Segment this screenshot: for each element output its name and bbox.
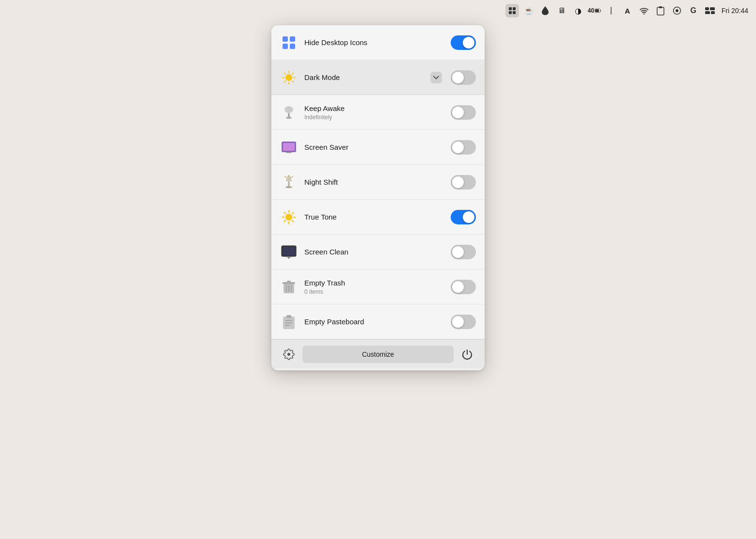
screen-clean-text: Screen Clean [304, 247, 444, 257]
svg-rect-62 [286, 315, 291, 318]
svg-rect-16 [283, 36, 288, 42]
svg-rect-1 [513, 7, 516, 10]
screen-clean-row: Screen Clean [271, 235, 485, 270]
screen-clean-label: Screen Clean [304, 247, 444, 257]
empty-trash-text: Empty Trash 0 items [304, 278, 444, 296]
true-tone-text: True Tone [304, 212, 444, 222]
menubar: ☕ 🖥 ◑ 40 A [0, 0, 756, 21]
svg-marker-35 [286, 176, 292, 181]
svg-line-25 [284, 73, 285, 74]
svg-line-39 [292, 176, 293, 177]
screen-clean-icon [280, 243, 298, 261]
svg-line-27 [292, 73, 293, 74]
svg-rect-3 [513, 11, 516, 14]
captcha-icon[interactable]: G [687, 4, 700, 17]
battery-icon[interactable]: 40 [588, 4, 601, 17]
svg-point-11 [676, 9, 678, 12]
truetone-icon [280, 208, 298, 226]
svg-rect-57 [287, 281, 291, 283]
half-circle-icon[interactable]: ◑ [571, 4, 585, 17]
customize-button[interactable]: Customize [302, 346, 454, 363]
dark-mode-row: Dark Mode [271, 60, 485, 95]
popup-panel: Hide Desktop Icons Dark Mode [271, 25, 485, 370]
svg-rect-12 [705, 7, 709, 10]
svg-point-20 [285, 74, 292, 81]
svg-rect-9 [659, 6, 662, 8]
svg-line-48 [292, 212, 294, 214]
empty-pasteboard-label: Empty Pasteboard [304, 317, 444, 327]
svg-rect-14 [705, 11, 710, 14]
empty-trash-row: Empty Trash 0 items [271, 270, 485, 304]
empty-pasteboard-text: Empty Pasteboard [304, 317, 444, 327]
hide-desktop-icons-row: Hide Desktop Icons [271, 25, 485, 60]
font-icon[interactable]: A [621, 4, 634, 17]
one-switch-icon[interactable] [505, 4, 519, 17]
svg-rect-13 [710, 7, 715, 10]
empty-pasteboard-row: Empty Pasteboard [271, 304, 485, 339]
keep-awake-sublabel: Indefinitely [304, 114, 444, 121]
night-shift-toggle[interactable] [451, 175, 476, 190]
hide-desktop-icons-label: Hide Desktop Icons [304, 38, 444, 48]
empty-trash-sublabel: 0 items [304, 288, 444, 295]
svg-point-54 [288, 257, 290, 258]
screen-saver-toggle[interactable] [451, 140, 476, 155]
display-icon[interactable]: 🖥 [555, 4, 568, 17]
coffee-icon[interactable]: ☕ [522, 4, 536, 17]
grid-icon [280, 34, 298, 51]
true-tone-toggle[interactable] [451, 210, 476, 224]
svg-rect-34 [286, 152, 292, 153]
keep-awake-toggle[interactable] [451, 105, 476, 120]
lamp-icon [280, 104, 298, 121]
svg-point-31 [286, 117, 292, 119]
night-shift-icon [280, 174, 298, 191]
svg-rect-52 [283, 247, 295, 255]
clipboard-icon [280, 313, 298, 331]
settings-icon[interactable] [280, 346, 298, 363]
screen-saver-row: Screen Saver [271, 130, 485, 165]
trash-icon [280, 278, 298, 296]
sun-icon [280, 69, 298, 86]
svg-point-41 [285, 214, 292, 221]
true-tone-row: True Tone [271, 200, 485, 235]
svg-rect-2 [509, 11, 512, 14]
svg-line-49 [284, 221, 285, 222]
droplet-icon[interactable] [538, 4, 552, 17]
keep-awake-label: Keep Awake [304, 104, 444, 113]
empty-trash-label: Empty Trash [304, 278, 444, 288]
hide-desktop-icons-text: Hide Desktop Icons [304, 38, 444, 48]
screen-saver-text: Screen Saver [304, 143, 444, 152]
svg-point-29 [284, 106, 293, 113]
svg-point-7 [644, 14, 645, 15]
svg-rect-15 [711, 11, 715, 14]
keep-awake-text: Keep Awake Indefinitely [304, 104, 444, 121]
svg-point-37 [285, 186, 292, 188]
dark-mode-text: Dark Mode [304, 73, 424, 82]
power-icon[interactable] [458, 346, 476, 363]
empty-trash-toggle[interactable] [451, 280, 476, 294]
night-shift-row: Night Shift [271, 165, 485, 200]
svg-line-28 [284, 81, 285, 82]
dark-mode-toggle[interactable] [451, 70, 476, 85]
night-shift-label: Night Shift [304, 177, 444, 187]
svg-line-40 [285, 176, 286, 177]
svg-rect-33 [283, 143, 295, 151]
true-tone-label: True Tone [304, 212, 444, 222]
svg-rect-0 [509, 7, 512, 10]
controlcenter-icon[interactable] [703, 4, 717, 17]
hide-desktop-icons-toggle[interactable] [451, 35, 476, 50]
pasteboard-icon[interactable] [654, 4, 667, 17]
svg-line-46 [284, 212, 285, 214]
dark-mode-dropdown[interactable] [430, 72, 442, 83]
screen-saver-label: Screen Saver [304, 143, 444, 152]
svg-rect-8 [657, 7, 664, 15]
dark-mode-label: Dark Mode [304, 73, 424, 82]
screensaver-icon [280, 139, 298, 156]
svg-line-26 [292, 81, 293, 82]
svg-rect-17 [290, 36, 295, 42]
screen-clean-toggle[interactable] [451, 245, 476, 259]
wifi-icon[interactable] [637, 4, 651, 17]
focus-icon[interactable] [670, 4, 684, 17]
pen-icon[interactable] [604, 4, 618, 17]
bottom-bar: Customize [271, 339, 485, 368]
empty-pasteboard-toggle[interactable] [451, 315, 476, 329]
